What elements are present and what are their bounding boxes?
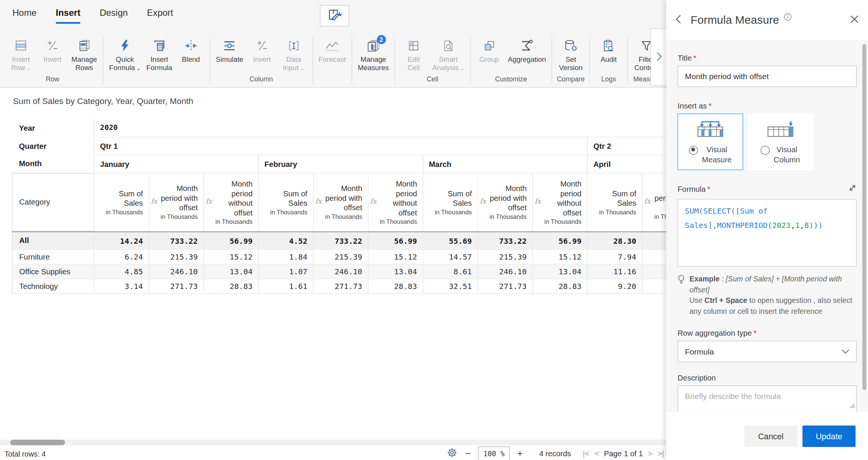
data-cell[interactable] [642, 232, 666, 249]
ribbon-overflow-button[interactable] [651, 28, 668, 86]
data-cell[interactable]: 1.84 [258, 249, 313, 264]
column-header[interactable]: fxMonth period without offsetin Thousand… [204, 173, 259, 232]
settings-gear-icon[interactable] [446, 447, 458, 460]
resize-handle-icon[interactable] [850, 401, 855, 411]
category-header[interactable]: Category [12, 173, 94, 232]
data-cell[interactable]: 32.51 [423, 279, 478, 293]
year-cell[interactable]: 2020 [94, 119, 666, 137]
audit-button[interactable]: Audit [594, 37, 623, 64]
zoom-in-button[interactable]: + [517, 448, 523, 459]
radio-visual-measure[interactable] [689, 145, 698, 154]
data-cell[interactable]: 3.14 [94, 279, 149, 293]
quarter-cell[interactable]: Qtr 1 [94, 137, 588, 155]
formula-editor[interactable]: SUM(SELECT([Sum of Sales],MONTHPERIOD(20… [678, 199, 857, 267]
tab-export[interactable]: Export [147, 8, 173, 24]
data-cell[interactable]: 15.12 [204, 249, 259, 264]
data-cell[interactable]: 56.99 [204, 232, 259, 249]
column-header[interactable]: fxMonth period without offsetin Thousand… [368, 173, 423, 232]
data-cell[interactable] [642, 249, 666, 264]
data-cell[interactable]: 733.22 [149, 232, 204, 249]
column-header[interactable]: fxMonth period with offsetin Thousands [313, 173, 368, 232]
data-cell[interactable]: 1.61 [258, 279, 313, 293]
data-cell[interactable]: 733.22 [313, 232, 368, 249]
aggregation-button[interactable]: Aggregation [506, 37, 547, 64]
data-cell[interactable]: 13.04 [368, 264, 423, 279]
data-cell[interactable]: 28.83 [533, 279, 588, 293]
data-cell[interactable]: 56.99 [368, 232, 423, 249]
data-cell[interactable]: 4.85 [94, 264, 149, 279]
insert-formula-button[interactable]: InsertFormula [145, 37, 174, 72]
data-cell[interactable]: 6.24 [94, 249, 149, 264]
data-cell[interactable]: 15.12 [533, 249, 588, 264]
horizontal-scrollbar[interactable] [0, 440, 666, 445]
row-category-cell[interactable]: All [12, 232, 94, 249]
data-cell[interactable]: 4.52 [258, 232, 313, 249]
data-cell[interactable]: 271.73 [478, 279, 533, 293]
data-cell[interactable] [642, 264, 666, 279]
title-input[interactable] [678, 66, 857, 87]
data-cell[interactable]: 14.24 [94, 232, 149, 249]
column-header[interactable]: fxMonth period with offsetin Thousands [642, 173, 666, 232]
zoom-out-button[interactable]: − [465, 448, 471, 459]
data-cell[interactable]: 11.16 [587, 264, 642, 279]
row-category-cell[interactable]: Furniture [12, 249, 94, 264]
row-aggregation-select[interactable]: Formula [678, 341, 857, 362]
column-header[interactable]: fxMonth period without offsetin Thousand… [533, 173, 588, 232]
data-cell[interactable]: 14.57 [423, 249, 478, 264]
month-cell[interactable]: March [423, 155, 588, 173]
column-header[interactable]: Sum of Salesin Thousands [587, 173, 642, 232]
data-cell[interactable]: 271.73 [313, 279, 368, 293]
data-cell[interactable]: 246.10 [149, 264, 204, 279]
data-cell[interactable]: 246.10 [313, 264, 368, 279]
data-cell[interactable]: 733.22 [478, 232, 533, 249]
data-cell[interactable]: 55.69 [423, 232, 478, 249]
panel-scrollbar-thumb[interactable] [862, 44, 866, 390]
column-header[interactable]: fxMonth period with offsetin Thousands [478, 173, 533, 232]
data-cell[interactable]: 1.07 [258, 264, 313, 279]
set-version-button[interactable]: SetVersion [556, 37, 585, 72]
insert-as-option-visual-measure[interactable]: VisualMeasure [678, 114, 743, 170]
data-cell[interactable] [642, 279, 666, 293]
quick-formula-button[interactable]: QuickFormula ⌄ [107, 37, 142, 73]
data-cell[interactable]: 215.39 [478, 249, 533, 264]
radio-visual-column[interactable] [761, 145, 770, 154]
data-cell[interactable]: 8.61 [423, 264, 478, 279]
column-header[interactable]: Sum of Salesin Thousands [258, 173, 313, 232]
update-button[interactable]: Update [802, 425, 856, 447]
month-cell[interactable]: February [258, 155, 423, 173]
edit-view-dropdown-button[interactable] [320, 5, 349, 27]
data-cell[interactable]: 28.83 [204, 279, 259, 293]
data-cell[interactable]: 56.99 [533, 232, 588, 249]
prev-page-button[interactable]: < [594, 449, 599, 458]
data-cell[interactable]: 7.94 [587, 249, 642, 264]
column-header[interactable]: Sum of Salesin Thousands [94, 173, 149, 232]
data-cell[interactable]: 215.39 [149, 249, 204, 264]
quarter-cell[interactable]: Qtr 2 [587, 137, 666, 155]
tab-design[interactable]: Design [99, 8, 128, 24]
data-cell[interactable]: 13.04 [204, 264, 259, 279]
first-page-button[interactable]: |< [583, 449, 589, 458]
blend-button[interactable]: Blend [176, 37, 206, 64]
zoom-level-input[interactable]: 100 % [478, 446, 510, 460]
description-textarea[interactable] [678, 386, 856, 412]
info-icon[interactable] [784, 13, 792, 23]
tab-home[interactable]: Home [12, 8, 37, 24]
row-category-cell[interactable]: Technology [12, 279, 94, 293]
manage-measures-button[interactable]: 2ManageMeasures [356, 37, 390, 72]
close-icon[interactable] [850, 14, 859, 26]
column-header[interactable]: fxMonth period with offsetin Thousands [149, 173, 204, 232]
data-cell[interactable]: 246.10 [478, 264, 533, 279]
month-cell[interactable]: April [587, 155, 666, 173]
data-cell[interactable]: 15.12 [368, 249, 423, 264]
month-cell[interactable]: January [94, 155, 259, 173]
last-page-button[interactable]: >| [657, 449, 664, 458]
row-category-cell[interactable]: Office Supplies [12, 264, 94, 279]
horizontal-scrollbar-thumb[interactable] [10, 440, 65, 445]
data-cell[interactable]: 28.83 [368, 279, 423, 293]
data-cell[interactable]: 13.04 [533, 264, 588, 279]
insert-as-option-visual-column[interactable]: VisualColumn [748, 114, 813, 170]
data-cell[interactable]: 271.73 [149, 279, 204, 293]
data-cell[interactable]: 215.39 [313, 249, 368, 264]
simulate-button[interactable]: Simulate [214, 37, 245, 64]
cancel-button[interactable]: Cancel [744, 425, 798, 447]
